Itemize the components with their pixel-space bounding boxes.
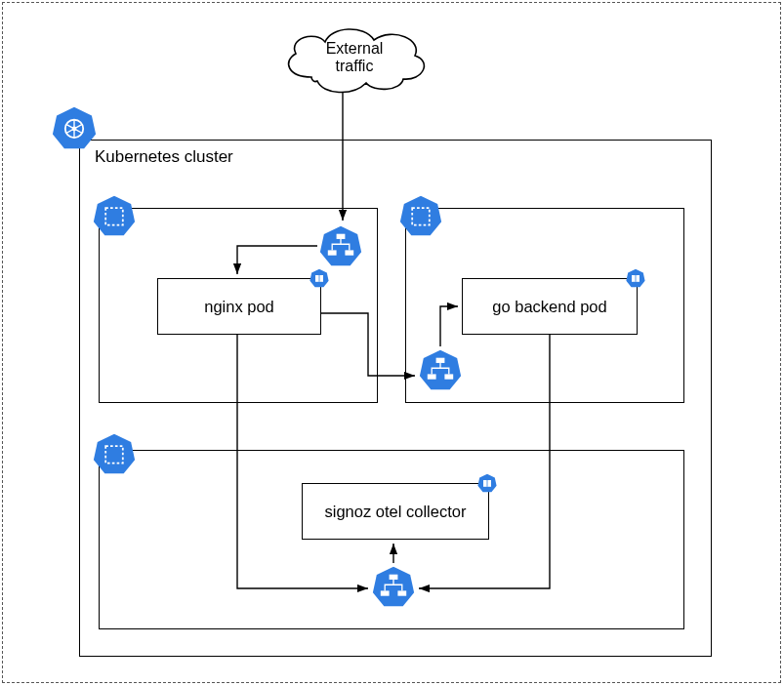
diagram-frame: External traffic Kubernetes cluster [2,2,781,683]
connectors [3,3,784,686]
